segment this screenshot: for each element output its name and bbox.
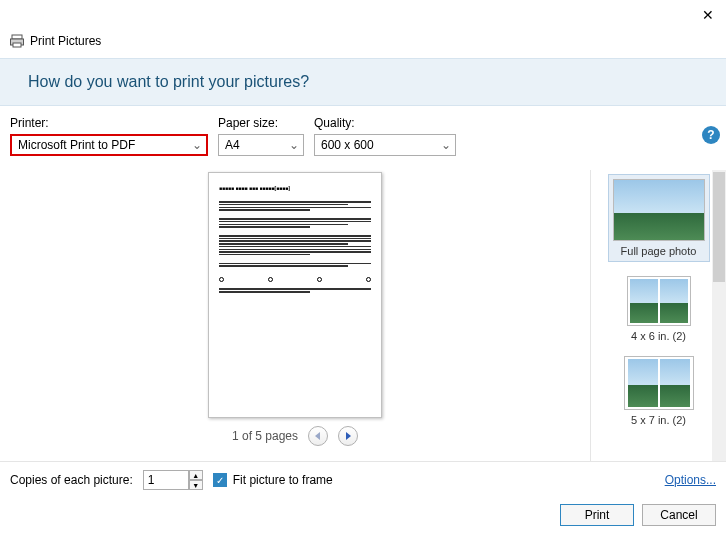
layout-full-page[interactable]: Full page photo (608, 174, 710, 262)
layouts-pane: Full page photo 4 x 6 in. (2) 5 x 7 in. … (591, 170, 726, 461)
chevron-down-icon: ⌄ (289, 138, 299, 152)
scrollbar[interactable] (712, 170, 726, 461)
prompt-band: How do you want to print your pictures? (0, 58, 726, 106)
prev-page-button[interactable] (308, 426, 328, 446)
quality-group: Quality: 600 x 600 ⌄ (314, 116, 456, 156)
options-link[interactable]: Options... (665, 473, 716, 487)
layout-label: 4 x 6 in. (2) (631, 330, 686, 342)
bottom-row: Copies of each picture: ▲ ▼ ✓ Fit pictur… (0, 462, 726, 498)
close-icon[interactable]: ✕ (702, 7, 714, 23)
controls-row: Printer: Microsoft Print to PDF ⌄ Paper … (0, 106, 726, 170)
layout-label: Full page photo (621, 245, 697, 257)
svg-rect-0 (12, 35, 22, 39)
layout-thumb (627, 276, 691, 326)
copies-label: Copies of each picture: (10, 473, 133, 487)
window-title: Print Pictures (30, 34, 101, 48)
header: Print Pictures (0, 30, 726, 58)
chevron-down-icon: ⌄ (192, 138, 202, 152)
printer-select[interactable]: Microsoft Print to PDF ⌄ (10, 134, 208, 156)
layout-5x7[interactable]: 5 x 7 in. (2) (624, 356, 694, 426)
copies-up-button[interactable]: ▲ (189, 470, 203, 480)
printer-value: Microsoft Print to PDF (18, 138, 135, 152)
paper-value: A4 (225, 138, 240, 152)
layout-thumb (613, 179, 705, 241)
page-counter: 1 of 5 pages (232, 429, 298, 443)
printer-icon (10, 34, 24, 48)
svg-rect-2 (13, 43, 21, 47)
paper-select[interactable]: A4 ⌄ (218, 134, 304, 156)
main-area: ■■■■■ ■■■■ ■■■ ■■■■■[■■■■] 1 of 5 pages (0, 170, 726, 462)
printer-label: Printer: (10, 116, 208, 130)
paper-label: Paper size: (218, 116, 304, 130)
copies-spinner: ▲ ▼ (143, 470, 203, 490)
svg-marker-3 (315, 432, 320, 440)
copies-down-button[interactable]: ▼ (189, 480, 203, 490)
print-button[interactable]: Print (560, 504, 634, 526)
quality-label: Quality: (314, 116, 456, 130)
layout-thumb (624, 356, 694, 410)
quality-value: 600 x 600 (321, 138, 374, 152)
layout-label: 5 x 7 in. (2) (631, 414, 686, 426)
printer-group: Printer: Microsoft Print to PDF ⌄ (10, 116, 208, 156)
page-preview: ■■■■■ ■■■■ ■■■ ■■■■■[■■■■] (208, 172, 382, 418)
quality-select[interactable]: 600 x 600 ⌄ (314, 134, 456, 156)
cancel-button[interactable]: Cancel (642, 504, 716, 526)
layout-4x6[interactable]: 4 x 6 in. (2) (627, 276, 691, 342)
checkbox-checked-icon: ✓ (213, 473, 227, 487)
actions-row: Print Cancel (0, 498, 726, 536)
prompt-text: How do you want to print your pictures? (28, 73, 698, 91)
fit-checkbox-wrap[interactable]: ✓ Fit picture to frame (213, 473, 333, 487)
paper-group: Paper size: A4 ⌄ (218, 116, 304, 156)
titlebar: ✕ (0, 0, 726, 30)
help-icon[interactable]: ? (702, 126, 720, 144)
preview-pane: ■■■■■ ■■■■ ■■■ ■■■■■[■■■■] 1 of 5 pages (0, 170, 591, 461)
svg-marker-4 (346, 432, 351, 440)
copies-input[interactable] (143, 470, 189, 490)
pager: 1 of 5 pages (232, 426, 358, 446)
scrollbar-thumb[interactable] (713, 172, 725, 282)
fit-label: Fit picture to frame (233, 473, 333, 487)
next-page-button[interactable] (338, 426, 358, 446)
chevron-down-icon: ⌄ (441, 138, 451, 152)
